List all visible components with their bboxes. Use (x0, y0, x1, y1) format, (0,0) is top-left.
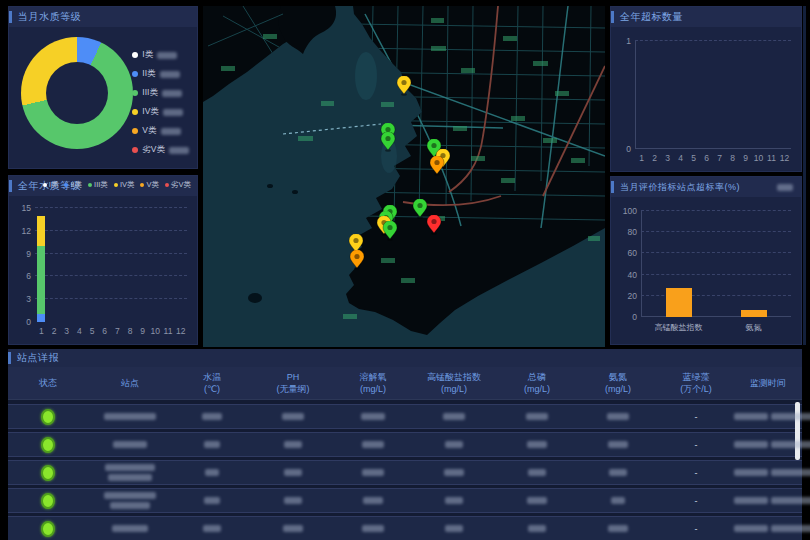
redacted-datetime (771, 469, 810, 476)
y-axis-tick: 3 (26, 294, 35, 304)
panel-title: 当月水质等级 (18, 10, 81, 24)
x-axis-tick: 9 (743, 153, 748, 163)
algae-value: - (695, 412, 698, 422)
legend-dot-icon (43, 183, 47, 187)
table-title-bar: 站点详报 (8, 349, 802, 367)
legend-value-redacted (161, 128, 181, 135)
map[interactable] (203, 6, 605, 347)
legend-label: II类 (70, 180, 82, 190)
column-name: 水温 (203, 372, 221, 382)
legend-dot-icon (132, 147, 138, 153)
redacted-datetime (771, 441, 810, 448)
y-axis-tick: 80 (628, 227, 641, 237)
legend-label: III类 (142, 87, 158, 99)
redacted-datetime (734, 525, 768, 532)
map-pin-yellow[interactable] (396, 76, 412, 96)
rate-bar[interactable] (741, 310, 767, 317)
stack-legend-item[interactable]: V类 (140, 180, 159, 190)
map-pins-layer (203, 6, 605, 347)
stack-legend-item[interactable]: IV类 (114, 180, 135, 190)
stacked-bar-segment[interactable] (37, 314, 45, 322)
value-cell (578, 441, 658, 448)
panel-annual-quality-header: 全年水质等级 I类II类III类IV类V类劣V类 (9, 176, 197, 196)
table-row[interactable]: - (8, 404, 802, 429)
legend-value-redacted (163, 109, 183, 116)
table-row[interactable]: - (8, 432, 802, 457)
column-name: 蓝绿藻 (683, 372, 710, 382)
legend-label: V类 (142, 125, 156, 137)
value-cell (172, 497, 252, 504)
status-ok-icon (41, 437, 55, 453)
x-axis-tick: 11 (767, 153, 776, 163)
stack-legend-item[interactable]: 劣V类 (165, 180, 191, 190)
redacted-datetime (771, 413, 810, 420)
status-cell (8, 437, 88, 453)
redacted-text (113, 441, 147, 448)
y-axis-tick: 60 (628, 248, 641, 258)
legend-dot-icon (114, 183, 118, 187)
table-column-header: PH(无量纲) (252, 372, 334, 394)
legend-dot-icon (132, 71, 138, 77)
algae-cell: - (658, 468, 734, 478)
gridline (641, 252, 791, 253)
redacted-value (283, 525, 303, 532)
redacted-text (108, 474, 152, 481)
value-cell (412, 413, 496, 420)
donut-hole (46, 62, 108, 124)
gridline (35, 230, 187, 231)
panel-monthly-quality: 当月水质等级 I类II类III类IV类V类劣V类 (8, 6, 198, 169)
map-pin-green[interactable] (382, 221, 398, 241)
y-axis-tick: 0 (626, 144, 635, 154)
value-cell (412, 497, 496, 504)
value-cell (578, 469, 658, 476)
value-cell (578, 497, 658, 504)
value-cell (334, 413, 412, 420)
x-axis-tick: 11 (164, 326, 173, 336)
redacted-value (527, 441, 547, 448)
value-cell (172, 441, 252, 448)
map-pin-red[interactable] (426, 215, 442, 235)
panel-monthly-rate-header: 当月评价指标站点超标率(%) (611, 177, 801, 197)
column-unit: (mg/L) (441, 384, 467, 394)
donut-legend-item: IV类 (132, 106, 189, 118)
map-pin-orange[interactable] (429, 156, 445, 176)
stacked-bar-segment[interactable] (37, 246, 45, 314)
table-row[interactable]: - (8, 460, 802, 485)
legend-label: I类 (142, 49, 153, 61)
column-unit: (mg/L) (360, 384, 386, 394)
legend-label: IV类 (142, 106, 159, 118)
stack-legend-item[interactable]: I类 (43, 180, 59, 190)
stacked-bar-segment[interactable] (37, 216, 45, 246)
x-axis-tick: 1 (39, 326, 44, 336)
y-axis-tick: 40 (628, 270, 641, 280)
value-cell (496, 525, 578, 532)
map-pin-green[interactable] (380, 132, 396, 152)
redacted-value (444, 469, 464, 476)
redacted-text (104, 413, 156, 420)
map-pin-orange[interactable] (349, 250, 365, 270)
header-accent (611, 11, 614, 23)
rate-bar[interactable] (666, 288, 692, 317)
y-axis-tick: 9 (26, 249, 35, 259)
legend-dot-icon (165, 183, 169, 187)
header-accent (611, 181, 614, 193)
x-axis-tick: 2 (652, 153, 657, 163)
redacted-value (205, 469, 219, 476)
right-edge-strip (803, 6, 806, 345)
redacted-value (528, 525, 546, 532)
gridline (35, 298, 187, 299)
x-axis-tick: 8 (730, 153, 735, 163)
table-scrollbar-thumb[interactable] (795, 402, 800, 460)
table-row[interactable]: - (8, 488, 802, 513)
x-axis-tick: 2 (52, 326, 57, 336)
table-row[interactable]: - (8, 516, 802, 540)
algae-value: - (695, 468, 698, 478)
rate-chart: 020406080100高锰酸盐指数氨氮 (641, 211, 791, 317)
stack-legend-item[interactable]: III类 (88, 180, 108, 190)
y-axis-tick: 0 (632, 312, 641, 322)
stack-legend-item[interactable]: II类 (64, 180, 82, 190)
rules-link-redacted[interactable] (777, 184, 793, 191)
redacted-value (204, 441, 220, 448)
value-cell (496, 413, 578, 420)
table-header: 状态站点水温(℃)PH(无量纲)溶解氧(mg/L)高锰酸盐指数(mg/L)总磷(… (8, 367, 802, 400)
